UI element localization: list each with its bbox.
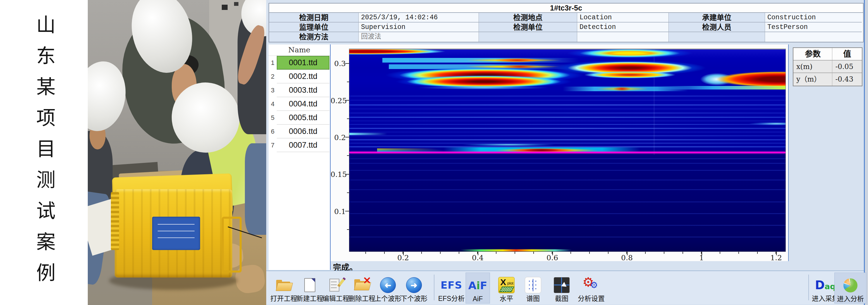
efs-logo-icon: EFS: [441, 279, 462, 291]
horizontal-button[interactable]: Xplot 水平: [495, 273, 518, 303]
heatmap-streak: [349, 213, 785, 214]
info-label: 检测方法: [269, 32, 359, 42]
info-value[interactable]: TestPerson: [765, 23, 862, 32]
heatmap-streak: [349, 225, 785, 226]
toolbar-separator: [808, 275, 809, 300]
file-row-name[interactable]: 0001.ttd: [277, 56, 330, 70]
file-row-index: 6: [269, 125, 277, 138]
x-minor-ticks: [365, 252, 778, 254]
photo-worker-far-right-jeans: [245, 143, 266, 235]
x-tick-label: 1.2: [770, 253, 782, 262]
file-row-index: 3: [269, 83, 277, 97]
info-label: 检测单位: [479, 23, 577, 32]
screenshot-icon: [554, 277, 569, 293]
file-row-name[interactable]: 0006.ttd: [277, 125, 330, 138]
info-value[interactable]: Detection: [577, 23, 669, 32]
y-minor-tick: [347, 155, 349, 156]
file-row[interactable]: 6 0006.ttd: [269, 125, 330, 138]
aif-button[interactable]: AiF AiF: [466, 273, 490, 304]
hotspot: [659, 86, 786, 90]
heatmap-streak: [349, 128, 785, 129]
info-label: [669, 32, 765, 42]
info-label: 检测日期: [269, 13, 359, 23]
enter-analysis-button[interactable]: 进入分析: [834, 273, 867, 304]
y-tick: [345, 100, 349, 101]
heatmap-streak: [349, 112, 785, 113]
file-row-index: 1: [269, 56, 277, 70]
x-tick-label: 0.2: [397, 253, 409, 262]
hotspot: [749, 122, 786, 126]
y-tick-label: 0.2: [331, 133, 346, 142]
file-row[interactable]: 1 0001.ttd: [269, 56, 330, 70]
param-value: -0.43: [832, 73, 862, 86]
photo-wall-hole: [222, 5, 228, 10]
info-label: 承建单位: [669, 13, 765, 23]
file-row-index: 5: [269, 111, 277, 125]
heatmap-streak: [349, 237, 785, 237]
y-minor-tick: [347, 118, 349, 119]
hotspot: [461, 144, 557, 146]
info-value[interactable]: 2025/3/19, 14:02:46: [359, 13, 479, 23]
y-minor-tick: [347, 229, 349, 230]
aif-logo-icon: AiF: [468, 279, 487, 292]
file-row[interactable]: 5 0005.ttd: [269, 111, 330, 125]
info-value[interactable]: Supervision: [359, 23, 479, 32]
info-value[interactable]: [577, 32, 669, 42]
depth-cursor-line[interactable]: [349, 152, 785, 153]
status-bar: 完成。: [332, 261, 864, 270]
analysis-settings-button[interactable]: ⚙⚙ 分析设置: [576, 273, 607, 303]
hotspot: [567, 48, 693, 59]
xplot-icon: Xplot: [498, 277, 515, 293]
photo-instrument-case-handle: [222, 217, 242, 273]
info-value[interactable]: [765, 32, 862, 42]
y-tick-label: 0.25: [331, 97, 346, 105]
x-tick-label: 0.8: [621, 253, 633, 262]
y-tick-label: 0.15: [331, 170, 346, 179]
heatmap-streak: [349, 124, 785, 125]
waveform-panel: 0.3 0.25 0.2 0.15 0.1 0.2 0.4 0.6 0.8 1 …: [331, 44, 789, 261]
next-waveform-button[interactable]: ➜ 下个波形: [398, 273, 430, 303]
heatmap-streak: [349, 143, 785, 144]
spectrum-icon: [525, 277, 541, 293]
heatmap-streak: [349, 132, 785, 132]
open-folder-icon: [276, 279, 292, 292]
y-tick: [345, 174, 349, 175]
heatmap-streak: [349, 158, 785, 159]
heatmap-streak: [349, 139, 785, 140]
value-header: 值: [832, 48, 862, 61]
photo-wall-hole: [234, 2, 239, 6]
heatmap-streak: [349, 201, 785, 202]
file-row-name[interactable]: 0007.ttd: [277, 138, 330, 152]
param-name: y（m）: [794, 73, 832, 86]
heatmap-streak: [349, 170, 785, 171]
screenshot-button[interactable]: 截图: [551, 273, 573, 303]
y-minor-tick: [347, 193, 349, 193]
file-row[interactable]: 2 0002.ttd: [269, 70, 330, 83]
file-row-name[interactable]: 0005.ttd: [277, 111, 330, 125]
daq-logo-icon: Daq: [815, 278, 836, 292]
spectrum-button[interactable]: 谱图: [522, 273, 544, 303]
efs-analysis-button[interactable]: EFS EFS分析: [436, 273, 467, 303]
new-document-icon: [304, 278, 315, 292]
y-tick-label: 0.3: [331, 59, 346, 68]
heatmap-streak: [349, 121, 785, 121]
gears-icon: ⚙⚙: [583, 277, 600, 293]
info-value[interactable]: Construction: [765, 13, 862, 23]
info-value[interactable]: 回波法: [359, 32, 479, 42]
file-row-name[interactable]: 0003.ttd: [277, 83, 330, 97]
file-row[interactable]: 4 0004.ttd: [269, 97, 330, 111]
project-info-table: 1#tc3r-5c 检测日期 2025/3/19, 14:02:46 检测地点 …: [269, 3, 864, 42]
file-row[interactable]: 3 0003.ttd: [269, 83, 330, 97]
x-tick-label: 0.6: [547, 253, 558, 262]
file-row-name[interactable]: 0002.ttd: [277, 70, 330, 83]
hotspot: [377, 150, 444, 150]
parameter-table: 参数 值 x(m) -0.05 y（m） -0.43: [793, 47, 863, 86]
y-tick: [345, 63, 349, 64]
file-row[interactable]: 7 0007.ttd: [269, 138, 330, 152]
photo-instrument-case-ridge: [111, 192, 119, 250]
x-tick-label: 1: [699, 253, 704, 262]
file-row-name[interactable]: 0004.ttd: [277, 97, 330, 111]
x-tick-label: 0.4: [472, 253, 484, 262]
info-value[interactable]: Location: [577, 13, 669, 23]
heatmap-plot[interactable]: [349, 48, 786, 252]
